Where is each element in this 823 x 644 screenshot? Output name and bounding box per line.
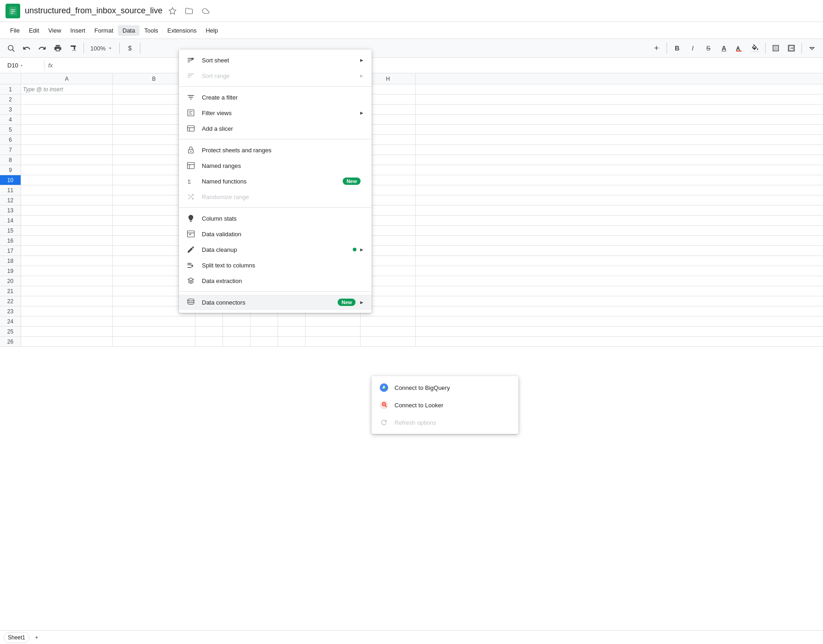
svg-point-19: [190, 151, 191, 152]
sort-range-arrow: ►: [359, 73, 364, 78]
menu-tools[interactable]: Tools: [139, 25, 162, 36]
named-functions-item[interactable]: Σ Named functions New: [179, 173, 372, 189]
named-ranges-item[interactable]: Named ranges: [179, 158, 372, 173]
menu-bar: File Edit View Insert Format Data Tools …: [0, 22, 823, 39]
validation-icon: [186, 229, 195, 239]
table-row: 24: [0, 316, 823, 327]
cell-reference[interactable]: D10: [4, 62, 40, 69]
sort-sheet-item[interactable]: Sort sheet ►: [179, 52, 372, 68]
randomize-range-label: Randomize range: [202, 194, 364, 200]
borders-button[interactable]: [768, 41, 783, 56]
extraction-icon: [186, 276, 195, 285]
menu-help[interactable]: Help: [201, 25, 222, 36]
data-connectors-label: Data connectors: [202, 299, 338, 306]
data-validation-item[interactable]: Data validation: [179, 226, 372, 242]
col-header-a[interactable]: A: [21, 73, 113, 84]
fill-color-button[interactable]: [748, 41, 762, 56]
connectors-icon: [186, 298, 195, 307]
more-options-button[interactable]: [805, 41, 819, 56]
undo-button[interactable]: [19, 41, 34, 56]
add-sheet-button[interactable]: +: [31, 632, 42, 643]
menu-extensions[interactable]: Extensions: [163, 25, 201, 36]
data-cleanup-label: Data cleanup: [202, 246, 353, 253]
bold-button[interactable]: B: [670, 41, 684, 56]
folder-icon[interactable]: [183, 5, 195, 17]
toolbar: 100% $ + B I S A A: [0, 39, 823, 58]
paint-format-button[interactable]: [66, 41, 81, 56]
cloud-icon[interactable]: [199, 5, 212, 17]
filter-views-label: Filter views: [202, 110, 359, 117]
svg-point-26: [188, 299, 194, 301]
connect-looker-item[interactable]: Connect to Looker: [372, 396, 518, 414]
menu-file[interactable]: File: [6, 25, 24, 36]
table-row: 19: [0, 266, 823, 276]
data-connectors-submenu: Connect to BigQuery Connect to Looker Re…: [372, 376, 518, 434]
sheet-tab[interactable]: Sheet1: [4, 632, 29, 643]
randomize-range-item[interactable]: Randomize range: [179, 189, 372, 205]
create-filter-label: Create a filter: [202, 94, 364, 101]
add-slicer-item[interactable]: Add a slicer: [179, 121, 372, 136]
refresh-options-label: Refresh options: [395, 419, 436, 426]
toolbar-separator-1: [83, 43, 84, 54]
connect-bigquery-label: Connect to BigQuery: [395, 384, 450, 391]
split-icon: [186, 261, 195, 270]
menu-edit[interactable]: Edit: [24, 25, 44, 36]
data-connectors-item[interactable]: Data connectors New ►: [179, 294, 372, 310]
table-row: 20: [0, 276, 823, 286]
column-stats-item[interactable]: Column stats: [179, 211, 372, 226]
plus-button[interactable]: +: [649, 41, 664, 56]
table-row: 6: [0, 135, 823, 145]
add-slicer-label: Add a slicer: [202, 125, 364, 132]
merge-cells-button[interactable]: [784, 41, 799, 56]
split-text-label: Split text to columns: [202, 262, 364, 269]
connect-bigquery-item[interactable]: Connect to BigQuery: [372, 379, 518, 396]
table-row: 16: [0, 236, 823, 246]
protect-sheets-item[interactable]: Protect sheets and ranges: [179, 142, 372, 158]
menu-insert[interactable]: Insert: [66, 25, 90, 36]
currency-button[interactable]: $: [122, 41, 137, 56]
star-icon[interactable]: [166, 5, 179, 17]
table-row: 4: [0, 115, 823, 125]
protect-sheets-label: Protect sheets and ranges: [202, 147, 364, 154]
sort-sheet-label: Sort sheet: [202, 57, 359, 64]
table-row: 14: [0, 216, 823, 226]
create-filter-item[interactable]: Create a filter: [179, 89, 372, 105]
redo-button[interactable]: [35, 41, 50, 56]
app-icon: [6, 4, 20, 18]
sort-range-label: Sort range: [202, 72, 359, 79]
strikethrough-button[interactable]: S: [701, 41, 716, 56]
filter-views-item[interactable]: Filter views ►: [179, 105, 372, 121]
cell-a1[interactable]: Type @ to insert: [21, 84, 113, 94]
svg-line-10: [12, 50, 14, 51]
table-row: 25: [0, 327, 823, 337]
data-connectors-arrow: ►: [359, 300, 364, 305]
menu-format[interactable]: Format: [90, 25, 118, 36]
toolbar-separator-5: [765, 43, 766, 54]
sort-range-icon: [186, 71, 195, 80]
dropdown-sep-3: [179, 207, 372, 208]
cell-ref-dropdown[interactable]: D10: [7, 62, 24, 69]
sort-icon: [186, 56, 195, 65]
data-cleanup-item[interactable]: Data cleanup ►: [179, 242, 372, 257]
italic-button[interactable]: I: [685, 41, 700, 56]
title-bar: unstructured_from_inbox_source_live: [0, 0, 823, 22]
data-validation-label: Data validation: [202, 231, 364, 238]
text-color-button[interactable]: A: [732, 41, 747, 56]
bigquery-icon: [379, 383, 389, 393]
underline-button[interactable]: A: [717, 41, 731, 56]
sort-sheet-arrow: ►: [359, 57, 364, 63]
search-button[interactable]: [4, 41, 18, 56]
split-text-item[interactable]: Split text to columns: [179, 257, 372, 273]
slicer-icon: [186, 124, 195, 133]
menu-view[interactable]: View: [44, 25, 66, 36]
zoom-control[interactable]: 100%: [87, 41, 117, 56]
table-row: 7: [0, 145, 823, 155]
refresh-options-item[interactable]: Refresh options: [372, 414, 518, 431]
menu-data[interactable]: Data: [118, 25, 139, 36]
tabs-bar: Sheet1 +: [0, 630, 823, 644]
filter-icon: [186, 93, 195, 102]
table-row: 9: [0, 165, 823, 175]
print-button[interactable]: [50, 41, 65, 56]
data-extraction-item[interactable]: Data extraction: [179, 273, 372, 289]
sort-range-item[interactable]: Sort range ►: [179, 68, 372, 83]
